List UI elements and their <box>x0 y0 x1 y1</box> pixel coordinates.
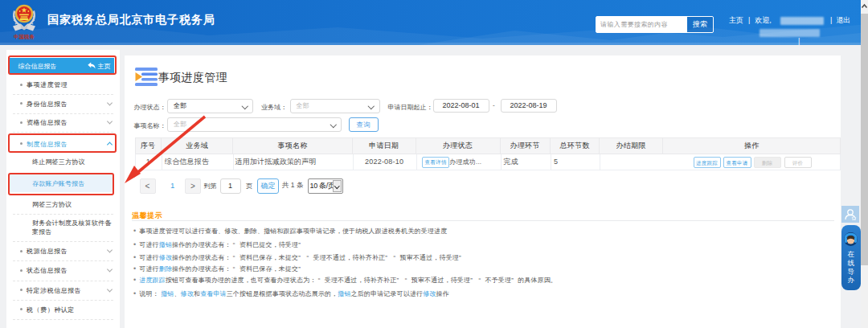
svg-text:中国税务: 中国税务 <box>14 34 35 39</box>
